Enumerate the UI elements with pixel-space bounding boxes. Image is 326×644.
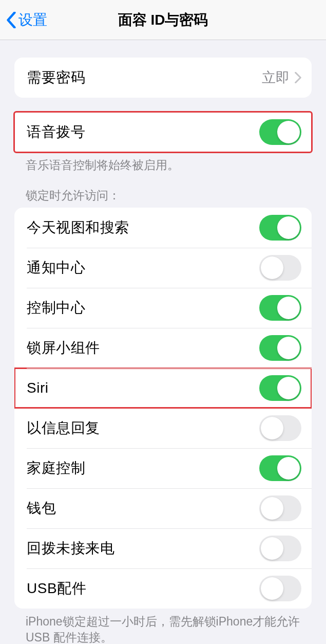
back-button[interactable]: 设置 — [0, 10, 47, 30]
navigation-bar: 设置 面容 ID与密码 — [0, 0, 326, 40]
locked-access-row[interactable]: 控制中心 — [14, 288, 312, 328]
toggle[interactable] — [259, 335, 301, 361]
toggle-knob — [277, 216, 300, 239]
passcode-group: 需要密码 立即 — [14, 58, 312, 98]
row-label: 回拨未接来电 — [27, 539, 114, 558]
toggle[interactable] — [259, 255, 301, 281]
voice-dial-footer: 音乐语音控制将始终被启用。 — [26, 157, 300, 173]
toggle-knob — [277, 337, 300, 359]
toggle[interactable] — [259, 576, 301, 601]
toggle-knob — [261, 256, 283, 279]
toggle[interactable] — [259, 375, 301, 401]
locked-access-row[interactable]: 钱包 — [14, 488, 312, 528]
chevron-right-icon — [295, 72, 301, 83]
page-title: 面容 ID与密码 — [0, 10, 326, 30]
voice-dial-row[interactable]: 语音拨号 — [14, 112, 312, 152]
toggle-knob — [261, 577, 283, 600]
toggle-knob — [277, 121, 300, 143]
locked-access-row[interactable]: 通知中心 — [14, 248, 312, 288]
row-label: 需要密码 — [27, 68, 85, 87]
row-label: 通知中心 — [27, 258, 85, 278]
locked-access-row[interactable]: 回拨未接来电 — [14, 528, 312, 568]
voice-dial-group: 语音拨号 — [14, 112, 312, 152]
toggle-knob — [261, 537, 283, 560]
locked-access-row[interactable]: Siri — [14, 368, 312, 408]
require-passcode-row[interactable]: 需要密码 立即 — [14, 58, 312, 98]
toggle[interactable] — [259, 215, 301, 241]
row-label: Siri — [27, 380, 48, 396]
row-label: 锁屏小组件 — [27, 338, 100, 358]
toggle-knob — [277, 457, 300, 480]
row-label: 语音拨号 — [27, 122, 85, 142]
locked-access-row[interactable]: 以信息回复 — [14, 408, 312, 448]
row-value: 立即 — [262, 68, 301, 87]
row-label: USB配件 — [27, 579, 86, 598]
locked-access-group: 今天视图和搜索通知中心控制中心锁屏小组件Siri以信息回复家庭控制钱包回拨未接来… — [14, 208, 312, 609]
voice-dial-toggle[interactable] — [259, 119, 301, 145]
row-label: 钱包 — [27, 499, 56, 518]
row-label: 家庭控制 — [27, 458, 85, 478]
toggle[interactable] — [259, 295, 301, 321]
locked-access-row[interactable]: 锁屏小组件 — [14, 328, 312, 368]
toggle[interactable] — [259, 536, 301, 561]
locked-access-row[interactable]: USB配件 — [14, 568, 312, 609]
chevron-left-icon — [6, 12, 16, 28]
toggle[interactable] — [259, 415, 301, 441]
toggle[interactable] — [259, 455, 301, 481]
row-label: 以信息回复 — [27, 418, 100, 438]
back-label: 设置 — [18, 10, 47, 30]
row-label: 控制中心 — [27, 298, 85, 318]
locked-access-header: 锁定时允许访问： — [26, 188, 300, 204]
toggle-knob — [261, 497, 283, 520]
content: 需要密码 立即 语音拨号 音乐语音控制将始终被启用。 锁定时允许访问： 今天视图… — [0, 58, 326, 644]
toggle-knob — [261, 417, 283, 439]
locked-access-row[interactable]: 家庭控制 — [14, 448, 312, 488]
toggle[interactable] — [259, 495, 301, 521]
row-label: 今天视图和搜索 — [27, 218, 129, 237]
toggle-knob — [277, 377, 300, 399]
locked-access-row[interactable]: 今天视图和搜索 — [14, 208, 312, 248]
row-value-text: 立即 — [262, 68, 290, 87]
toggle-knob — [277, 297, 300, 319]
locked-access-footer: iPhone锁定超过一小时后，需先解锁iPhone才能允许USB 配件连接。 — [26, 614, 300, 644]
